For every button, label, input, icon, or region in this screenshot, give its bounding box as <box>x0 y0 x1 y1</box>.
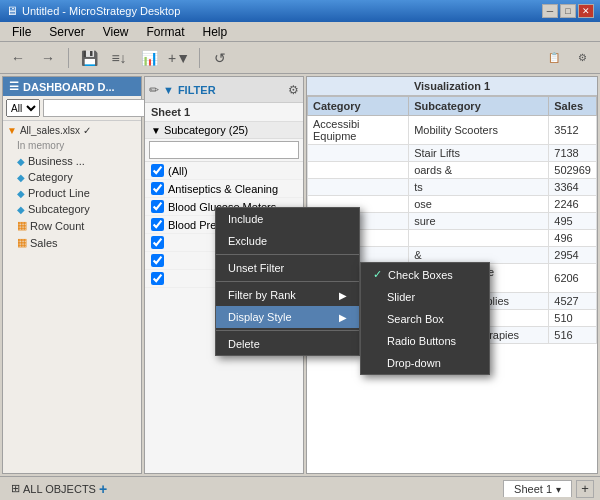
ctx-filter-by-rank[interactable]: Filter by Rank ▶ <box>216 284 359 306</box>
ctx-separator-2 <box>216 281 359 282</box>
ctx-include[interactable]: Include <box>216 208 359 230</box>
filter-checkbox-5[interactable] <box>151 254 164 267</box>
filter-checkbox-bp[interactable] <box>151 218 164 231</box>
filter-checkbox-antiseptics[interactable] <box>151 182 164 195</box>
title-bar: 🖥 Untitled - MicroStrategy Desktop ─ □ ✕ <box>0 0 600 22</box>
restore-button[interactable]: □ <box>560 4 576 18</box>
viz-cell-subcategory: ose <box>409 196 549 213</box>
filter-search <box>145 139 303 162</box>
dsub-searchbox[interactable]: Search Box <box>361 308 489 330</box>
close-button[interactable]: ✕ <box>578 4 594 18</box>
sheet-tabs: Sheet 1 ▾ + <box>503 480 594 498</box>
tree-item-sales[interactable]: ▦ Sales <box>5 234 139 251</box>
dsub-dropdown[interactable]: Drop-down <box>361 352 489 374</box>
dsub-checkboxes-label: Check Boxes <box>388 269 453 281</box>
dsub-slider[interactable]: Slider <box>361 286 489 308</box>
forward-button[interactable]: → <box>36 46 60 70</box>
add-object-icon[interactable]: + <box>99 481 107 497</box>
left-panel-header: ☰ DASHBOARD D... <box>3 77 141 96</box>
ctx-display-style-label: Display Style <box>228 311 292 323</box>
diamond-icon-subcategory: ◆ <box>17 204 25 215</box>
tree-item-category[interactable]: ◆ Category <box>5 169 139 185</box>
sheet-drop-arrow[interactable]: ▾ <box>556 484 561 495</box>
tree-item-category-label: Category <box>28 171 73 183</box>
menu-format[interactable]: Format <box>138 23 192 41</box>
ctx-exclude[interactable]: Exclude <box>216 230 359 252</box>
filter-toolbar: ✏ ▼ FILTER ⚙ <box>145 77 303 103</box>
dsub-searchbox-label: Search Box <box>373 313 444 325</box>
filter-checkbox-glucose[interactable] <box>151 200 164 213</box>
diamond-icon-productline: ◆ <box>17 188 25 199</box>
ctx-delete-label: Delete <box>228 338 260 350</box>
viz-cell-subcategory: oards & <box>409 162 549 179</box>
filter-item-antiseptics-label: Antiseptics & Cleaning <box>168 183 278 195</box>
edit-icon[interactable]: ✏ <box>149 83 159 97</box>
filter-gear-icon[interactable]: ⚙ <box>288 83 299 97</box>
tree-item-file[interactable]: ▼ All_sales.xlsx ✓ <box>5 123 139 138</box>
ctx-include-label: Include <box>228 213 263 225</box>
toolbar-sep-1 <box>68 48 69 68</box>
middle-panel: ✏ ▼ FILTER ⚙ Sheet 1 ▼ Subcategory (25) … <box>144 76 304 474</box>
dsub-checkboxes[interactable]: ✓ Check Boxes <box>361 263 489 286</box>
filter-item-antiseptics[interactable]: Antiseptics & Cleaning <box>145 180 303 198</box>
tree-item-subcategory[interactable]: ◆ Subcategory <box>5 201 139 217</box>
left-panel-title: DASHBOARD D... <box>23 81 115 93</box>
window-title: Untitled - MicroStrategy Desktop <box>22 5 180 17</box>
refresh-button[interactable]: ↺ <box>208 46 232 70</box>
dsub-radiobuttons[interactable]: Radio Buttons <box>361 330 489 352</box>
dsub-dropdown-label: Drop-down <box>373 357 441 369</box>
ctx-separator-3 <box>216 330 359 331</box>
menu-file[interactable]: File <box>4 23 39 41</box>
tree-item-business[interactable]: ◆ Business ... <box>5 153 139 169</box>
viz-cell-sales: 2246 <box>549 196 597 213</box>
table-row: ts3364 <box>308 179 597 196</box>
tree-item-productline-label: Product Line <box>28 187 90 199</box>
filter-dropdown[interactable]: All <box>6 99 40 117</box>
viz-cell-sales: 510 <box>549 310 597 327</box>
viz-cell-sales: 7138 <box>549 145 597 162</box>
title-bar-controls: ─ □ ✕ <box>542 4 594 18</box>
viz-cell-subcategory: Mobility Scooters <box>409 116 549 145</box>
ctx-delete[interactable]: Delete <box>216 333 359 355</box>
table-row: oards &502969 <box>308 162 597 179</box>
filter-item-all[interactable]: (All) <box>145 162 303 180</box>
filter-checkbox-6[interactable] <box>151 272 164 285</box>
back-button[interactable]: ← <box>6 46 30 70</box>
filter-search-input[interactable] <box>149 141 299 159</box>
menu-server[interactable]: Server <box>41 23 92 41</box>
tree-item-rowcount[interactable]: ▦ Row Count <box>5 217 139 234</box>
table-row: Accessibi EquipmeMobility Scooters3512 <box>308 116 597 145</box>
minimize-button[interactable]: ─ <box>542 4 558 18</box>
all-objects-button[interactable]: ⊞ ALL OBJECTS + <box>6 479 112 499</box>
ctx-display-style[interactable]: Display Style ▶ <box>216 306 359 328</box>
extra-button-2[interactable]: ⚙ <box>570 46 594 70</box>
diamond-icon-category: ◆ <box>17 172 25 183</box>
file-icon: ▼ <box>7 125 17 136</box>
filter-checkbox-4[interactable] <box>151 236 164 249</box>
viz-cell-sales: 496 <box>549 230 597 247</box>
dsub-check-icon: ✓ <box>373 268 382 281</box>
tree-item-productline[interactable]: ◆ Product Line <box>5 185 139 201</box>
save-button[interactable]: 💾 <box>77 46 101 70</box>
menu-view[interactable]: View <box>95 23 137 41</box>
extra-button-1[interactable]: 📋 <box>542 46 566 70</box>
viz-cell-sales: 4527 <box>549 293 597 310</box>
add-sheet-button[interactable]: + <box>576 480 594 498</box>
hamburger-icon: ☰ <box>9 80 19 93</box>
viz-cell-sales: 2954 <box>549 247 597 264</box>
ctx-unset-filter[interactable]: Unset Filter <box>216 257 359 279</box>
viz-cell-sales: 3364 <box>549 179 597 196</box>
viz-cell-category <box>308 179 409 196</box>
list-view-button[interactable]: ≡↓ <box>107 46 131 70</box>
viz-col-category: Category <box>308 97 409 116</box>
expand-arrow-icon[interactable]: ▼ <box>151 125 161 136</box>
menu-help[interactable]: Help <box>195 23 236 41</box>
add-button[interactable]: +▼ <box>167 46 191 70</box>
viz-cell-subcategory <box>409 230 549 247</box>
sheet-tab-1[interactable]: Sheet 1 ▾ <box>503 480 572 497</box>
filter-checkbox-all[interactable] <box>151 164 164 177</box>
chart-button[interactable]: 📊 <box>137 46 161 70</box>
grid-icon: ⊞ <box>11 482 20 495</box>
context-menu: Include Exclude Unset Filter Filter by R… <box>215 207 360 356</box>
viz-cell-sales: 502969 <box>549 162 597 179</box>
